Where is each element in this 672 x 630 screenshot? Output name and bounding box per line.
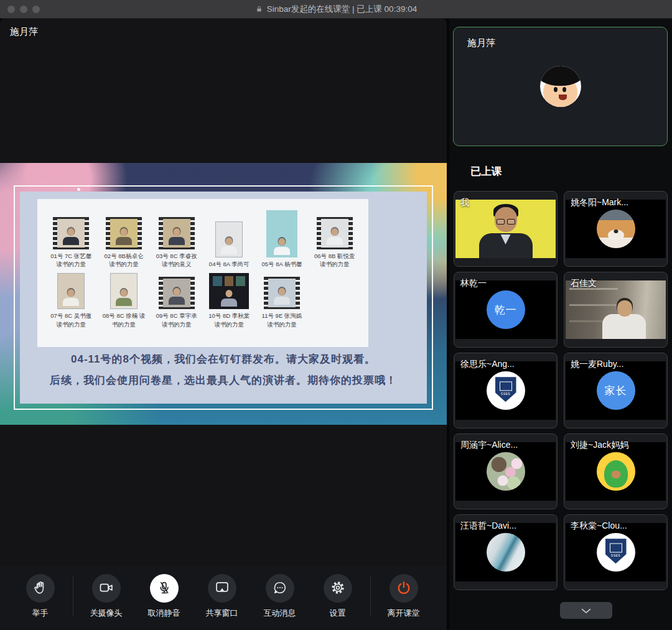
video-thumbnail: 10号 8D 李秋棠读书的力量 [203,273,256,328]
participant-tile[interactable]: 乾一 林乾一 [454,272,558,348]
slide-card: 01号 7C 张艺馨读书的力量 02号 8B杨卓仑读书的力量 03号 8C 李睿… [20,192,427,404]
toolbar-button-label: 设置 [330,608,346,619]
slide-note-2: 后续，我们会使用问卷星，选出最具人气的演讲者。期待你的投票哦！ [20,373,427,387]
video-thumbnail-image [53,217,89,249]
video-thumbnail-image [110,273,138,309]
video-thumbnail: 02号 8B杨卓仑读书的力量 [98,210,151,268]
video-thumbnail-image [215,221,243,257]
participant-tile[interactable]: 石佳文 [564,272,668,348]
toolbar-button-label: 关摄像头 [90,608,123,619]
person-silhouette [116,228,132,245]
participant-name: 刘捷~Jack妈妈 [571,440,628,451]
participant-grid: 我 姚冬阳~Mark... 乾一 林乾一 石佳文 SSES 徐思乐~Ang...… [454,191,668,590]
participant-name: 徐思乐~Ang... [460,359,515,370]
video-thumbnail-image [266,210,297,257]
settings-gear-icon [330,580,346,598]
person-silhouette [221,238,237,254]
section-label: 已上课 [470,164,502,178]
raise-hand-icon [32,580,49,598]
participant-video-area: 家长 [566,361,666,420]
mic-muted-icon [156,580,172,598]
toolbar: 举手 关摄像头 取消静音 共享窗口 互动消息 设置 离开课堂 [0,566,447,630]
slide-note-1: 04-11号的8个视频，我们会在钉钉群发布。请大家及时观看。 [20,352,427,366]
video-thumbnail: 07号 8C 吴书傲读书的力量 [45,273,98,328]
toolbar-button-label: 离开课堂 [388,608,420,619]
video-thumbnail-label: 02号 8B杨卓仑读书的力量 [105,252,144,269]
participant-tile[interactable]: 家长 姚一麦Ruby... [564,353,668,428]
participant-name: 我 [460,197,469,208]
video-thumbnail: 09号 8C 章宇承读书的力量 [150,273,203,328]
video-thumbnail: 05号 8A 杨书馨 [256,210,309,268]
toolbar-button-label: 共享窗口 [206,608,238,619]
toolbar-button-mic-muted[interactable]: 取消静音 [135,574,193,619]
person-silhouette [274,288,290,305]
video-thumbnail-image [159,277,195,309]
participant-tile[interactable]: 我 [454,191,558,267]
slide-thumbnail-grid: 01号 7C 张艺馨读书的力量 02号 8B杨卓仑读书的力量 03号 8C 李睿… [37,199,368,331]
participant-tile[interactable]: SSES 徐思乐~Ang... [454,353,558,428]
person-silhouette [116,289,132,306]
video-thumbnail: 01号 7C 张艺馨读书的力量 [45,210,98,268]
featured-participant-tile[interactable]: 施月萍 [453,27,668,146]
toolbar-separator [370,575,371,616]
close-button[interactable] [7,6,15,13]
zoom-button[interactable] [32,6,40,13]
participant-name: 石佳文 [571,278,597,289]
participant-video-area [455,442,556,501]
self-video [455,200,556,258]
video-thumbnail: 11号 9E 张洵嫣读书的力量 [256,273,309,328]
speaker-name: 施月萍 [10,26,38,38]
titlebar: Sinbar发起的在线课堂 | 已上课 00:39:04 [0,0,672,19]
toolbar-button-chat[interactable]: 互动消息 [251,574,309,619]
participant-video-area: 乾一 [455,280,556,339]
video-thumbnail-label: 04号 8A 李尚可 [209,260,250,268]
toolbar-button-settings-gear[interactable]: 设置 [309,574,366,619]
video-thumbnail: 03号 8C 李睿孜读书的意义 [150,210,203,268]
toolbar-separator [73,575,73,616]
initials-avatar: 乾一 [487,290,525,329]
participant-tile[interactable]: 姚冬阳~Mark... [564,191,668,267]
participant-video-area [566,280,666,339]
shared-slide: 01号 7C 张艺馨读书的力量 02号 8B杨卓仑读书的力量 03号 8C 李睿… [0,163,447,425]
toolbar-button-power[interactable]: 离开课堂 [375,574,432,619]
slide-panel: 01号 7C 张艺馨读书的力量 02号 8B杨卓仑读书的力量 03号 8C 李睿… [37,199,368,347]
astro-boy-avatar [540,66,581,107]
main-video-area: 施月萍 01号 7C 张艺馨读书的力量 02号 8B杨卓仑读书的力量 [0,19,447,566]
window-title: Sinbar发起的在线课堂 | 已上课 00:39:04 [255,4,417,15]
participant-name: 林乾一 [460,278,487,289]
toolbar-button-label: 举手 [32,608,49,619]
participant-video-area [455,523,556,581]
participant-name: 李秋棠~Clou... [571,521,627,532]
power-icon [396,580,412,598]
toolbar-button-share-screen[interactable]: 共享窗口 [193,574,251,619]
video-thumbnail-label: 05号 8A 杨书馨 [262,260,302,268]
video-thumbnail-image [317,217,353,249]
participant-tile[interactable]: 周涵宇~Alice... [454,433,558,509]
minimize-button[interactable] [20,6,27,13]
toolbar-button-raise-hand[interactable]: 举手 [11,574,69,619]
participant-name: 周涵宇~Alice... [460,440,518,451]
featured-participant-name: 施月萍 [467,37,495,49]
video-thumbnail-image [209,273,249,309]
video-thumbnail-label: 07号 8C 吴书傲读书的力量 [50,312,91,328]
video-thumbnail-image [159,217,195,249]
school-badge-avatar: SSES [597,533,635,572]
video-thumbnail: 06号 8B 靳悦萱读书的力量 [308,210,361,268]
video-thumbnail-label: 06号 8B 靳悦萱读书的力量 [314,252,355,269]
participant-sidebar: 施月萍 已上课 我 姚冬阳~Mark... 乾一 林乾一 石佳文 SSES 徐思… [449,19,672,630]
toolbar-button-camera[interactable]: 关摄像头 [77,574,135,619]
participant-tile[interactable]: SSES 李秋棠~Clou... [564,514,668,590]
chat-icon [272,580,288,598]
participant-video-area: SSES [566,523,666,581]
participant-name: 姚一麦Ruby... [571,359,623,370]
expand-participants-button[interactable] [560,602,612,619]
video-thumbnail-label: 11号 9E 张洵嫣读书的力量 [262,312,302,328]
share-screen-icon [214,580,230,598]
participant-tile[interactable]: 汪语哲~Davi... [454,514,558,590]
video-thumbnail-image [57,273,85,309]
initials-avatar: 家长 [597,371,635,410]
person-silhouette [169,288,185,305]
chevron-down-icon [579,604,593,618]
participant-tile[interactable]: 刘捷~Jack妈妈 [564,433,668,509]
participant-video-area [566,442,666,501]
